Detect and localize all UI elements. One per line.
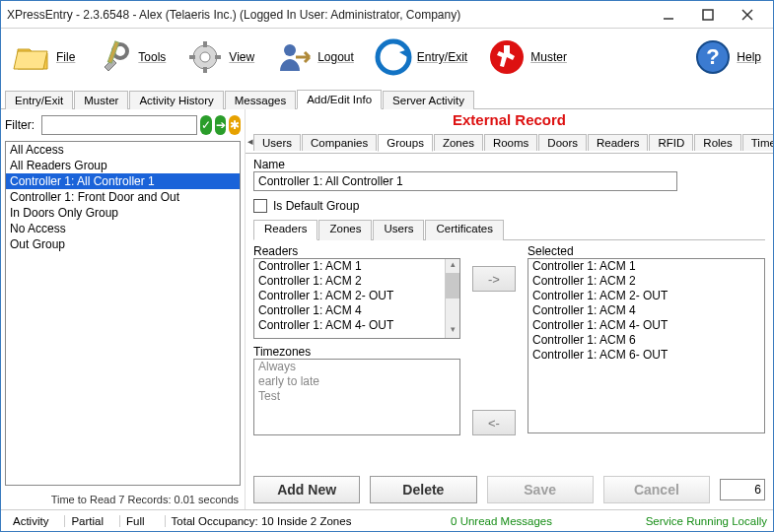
readers-listbox[interactable]: Controller 1: ACM 1 Controller 1: ACM 2 … xyxy=(253,258,460,339)
content-area: Filter: ✓ ➔ ✱ All Access All Readers Gro… xyxy=(1,109,773,509)
list-item[interactable]: Controller 1: ACM 4 xyxy=(254,303,459,318)
status-bar: Activity Partial Full Total Occupancy: 1… xyxy=(1,509,773,531)
list-item[interactable]: All Readers Group xyxy=(6,158,240,173)
subtab-groups[interactable]: Groups xyxy=(378,134,433,152)
status-activity[interactable]: Activity xyxy=(7,515,54,527)
logout-icon xyxy=(274,37,314,77)
tab-messages[interactable]: Messages xyxy=(225,91,296,109)
list-item[interactable]: Controller 1: ACM 4- OUT xyxy=(528,318,764,333)
entry-exit-button[interactable]: Entry/Exit xyxy=(370,35,471,79)
group-list[interactable]: All Access All Readers Group Controller … xyxy=(5,141,241,486)
move-right-button[interactable]: -> xyxy=(472,266,516,292)
svg-text:?: ? xyxy=(707,44,720,69)
add-new-button[interactable]: Add New xyxy=(253,476,360,503)
group-inner-tabs: Readers Zones Users Certificates xyxy=(253,219,765,240)
timezones-listbox[interactable]: Always early to late Test xyxy=(253,359,460,435)
list-item[interactable]: Controller 1: ACM 1 xyxy=(528,259,764,274)
view-menu[interactable]: View xyxy=(181,35,258,79)
list-item[interactable]: In Doors Only Group xyxy=(6,205,240,221)
list-item[interactable]: Controller 1: Front Door and Out xyxy=(6,189,240,205)
list-item[interactable]: early to late xyxy=(254,374,459,389)
help-button[interactable]: ? Help xyxy=(689,35,765,79)
name-input[interactable] xyxy=(253,171,677,191)
svg-rect-1 xyxy=(703,10,713,20)
delete-button[interactable]: Delete xyxy=(370,476,476,503)
tab-entry-exit[interactable]: Entry/Exit xyxy=(5,91,73,109)
tools-menu[interactable]: Tools xyxy=(91,35,170,79)
folder-icon xyxy=(13,37,52,77)
list-item[interactable]: No Access xyxy=(6,221,240,236)
main-tabs: Entry/Exit Muster Activity History Messa… xyxy=(1,86,773,109)
list-item[interactable]: Controller 1: ACM 6 xyxy=(528,333,764,348)
list-item[interactable]: Out Group xyxy=(6,236,240,252)
record-count-input[interactable] xyxy=(720,479,765,500)
svg-point-13 xyxy=(378,41,409,73)
name-label: Name xyxy=(253,158,765,171)
list-item[interactable]: Test xyxy=(254,389,459,404)
list-item[interactable]: All Access xyxy=(6,142,240,158)
right-panel: External Record ◂ Users Companies Groups… xyxy=(246,109,773,509)
list-item[interactable]: Always xyxy=(254,360,459,374)
title-bar: XPressEntry - 2.3.6548 - Alex (Telaeris … xyxy=(1,1,773,29)
innertab-certificates[interactable]: Certificates xyxy=(425,220,504,240)
subtab-readers[interactable]: Readers xyxy=(588,134,648,151)
record-type-tabs: ◂ Users Companies Groups Zones Rooms Doo… xyxy=(246,130,773,154)
list-item[interactable]: Controller 1: ACM 2- OUT xyxy=(528,289,764,303)
subtab-rooms[interactable]: Rooms xyxy=(484,134,537,151)
close-button[interactable] xyxy=(728,4,767,26)
status-unread[interactable]: 0 Unread Messages xyxy=(451,515,552,527)
cancel-button[interactable]: Cancel xyxy=(603,476,710,503)
filter-next-icon[interactable]: ➔ xyxy=(215,115,227,135)
scrollbar[interactable]: ▴ ▾ xyxy=(445,259,459,338)
status-full[interactable]: Full xyxy=(119,515,151,527)
list-item[interactable]: Controller 1: ACM 1 xyxy=(254,259,459,274)
button-bar: Add New Delete Save Cancel xyxy=(246,470,773,509)
filter-apply-icon[interactable]: ✓ xyxy=(200,115,212,135)
subtab-zones[interactable]: Zones xyxy=(434,134,483,151)
innertab-zones[interactable]: Zones xyxy=(318,220,372,240)
svg-point-7 xyxy=(200,52,210,62)
list-item[interactable]: Controller 1: ACM 2- OUT xyxy=(254,289,459,303)
list-item[interactable]: Controller 1: ACM 2 xyxy=(528,274,764,289)
maximize-button[interactable] xyxy=(688,4,728,26)
list-item[interactable]: Controller 1: ACM 4 xyxy=(528,303,764,318)
tab-activity-history[interactable]: Activity History xyxy=(129,91,223,109)
timezones-label: Timezones xyxy=(253,345,460,359)
main-toolbar: File Tools View Logout Entry/Exit Muster… xyxy=(1,29,773,86)
logout-button[interactable]: Logout xyxy=(270,35,358,79)
move-left-button[interactable]: <- xyxy=(472,410,516,435)
muster-button[interactable]: Muster xyxy=(483,35,571,79)
tools-icon xyxy=(95,37,134,77)
external-record-header: External Record xyxy=(246,109,773,130)
status-partial[interactable]: Partial xyxy=(64,515,109,527)
left-panel: Filter: ✓ ➔ ✱ All Access All Readers Gro… xyxy=(1,109,246,509)
subtab-rfid[interactable]: RFID xyxy=(649,134,693,151)
is-default-label: Is Default Group xyxy=(273,199,359,213)
file-menu[interactable]: File xyxy=(9,35,79,79)
innertab-users[interactable]: Users xyxy=(373,220,424,240)
list-item[interactable]: Controller 1: ACM 2 xyxy=(254,274,459,289)
subtab-users[interactable]: Users xyxy=(253,134,301,151)
is-default-checkbox[interactable] xyxy=(253,199,267,213)
entry-exit-icon xyxy=(374,37,413,77)
list-item[interactable]: Controller 1: ACM 6- OUT xyxy=(528,348,764,363)
subtab-companies[interactable]: Companies xyxy=(302,134,377,151)
readers-pane: Readers Controller 1: ACM 1 Controller 1… xyxy=(253,240,765,466)
list-item[interactable]: Controller 1: ACM 4- OUT xyxy=(254,318,459,333)
list-item[interactable]: Controller 1: All Controller 1 xyxy=(6,173,240,189)
readers-label: Readers xyxy=(253,244,460,258)
filter-star-icon[interactable]: ✱ xyxy=(229,115,241,135)
muster-icon xyxy=(487,37,527,77)
subtab-roles[interactable]: Roles xyxy=(694,134,740,151)
filter-row: Filter: ✓ ➔ ✱ xyxy=(1,109,245,141)
selected-listbox[interactable]: Controller 1: ACM 1 Controller 1: ACM 2 … xyxy=(528,258,765,433)
save-button[interactable]: Save xyxy=(487,476,594,503)
tab-add-edit-info[interactable]: Add/Edit Info xyxy=(297,90,382,109)
tab-server-activity[interactable]: Server Activity xyxy=(383,91,474,109)
subtab-timezones[interactable]: Timezones xyxy=(742,134,773,151)
minimize-button[interactable] xyxy=(649,4,688,26)
tab-muster[interactable]: Muster xyxy=(74,91,128,109)
innertab-readers[interactable]: Readers xyxy=(253,220,317,240)
filter-input[interactable] xyxy=(41,115,197,135)
subtab-doors[interactable]: Doors xyxy=(538,134,587,151)
